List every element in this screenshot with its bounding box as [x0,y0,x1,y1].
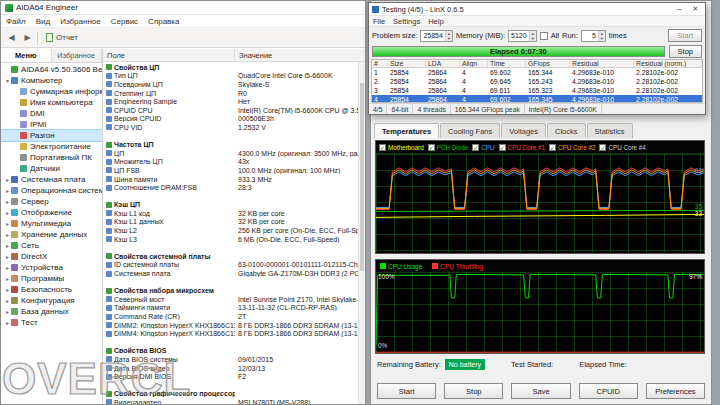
menu-item-help[interactable]: Help [424,17,447,26]
legend-checkbox[interactable]: ✓ [599,144,606,151]
prop-row[interactable]: Кэш L1 код32 KB per core [103,209,365,218]
linx-col-header-lda[interactable]: LDA [426,60,460,67]
tree-item-directx[interactable]: ▸DirectX [1,251,102,262]
prop-row[interactable]: Дата BIOS системы09/01/2015 [103,355,365,364]
tree-item-ipmi[interactable]: IPMI [1,119,102,130]
tab-clocks[interactable]: Clocks [547,123,586,138]
start-button[interactable]: Start [668,29,702,42]
tree-item-датчики[interactable]: Датчики [1,163,102,174]
prop-section-row[interactable]: Свойства системной платы [103,252,365,261]
menu-item-settings[interactable]: Settings [389,17,424,26]
prop-row[interactable]: Версия DMI BIOSF2 [103,372,365,381]
legend-checkbox[interactable]: ✓ [428,144,435,151]
spinner-arrows-icon[interactable]: ▲▼ [529,31,536,41]
prop-row[interactable]: DIMM4: Kingston HyperX KHX1866C11D3/8G8 … [103,329,365,338]
linx-col-header-residual-norm-[interactable]: Residual (norm.) [634,60,702,67]
prop-row[interactable]: Северный мостIntel Sunrise Point Z170, I… [103,295,365,304]
cpuid-button[interactable]: CPUID [579,383,638,399]
tree-item-портативный-пк[interactable]: Портативный ПК [1,152,102,163]
scrollbar-thumb[interactable] [360,83,364,271]
linx-result-row[interactable]: 22585425864469.645165.2434.29683e-0102.2… [372,77,702,86]
prop-row[interactable]: DIMM2: Kingston HyperX KHX1866C11D3/8G8 … [103,321,365,330]
page-tab-избранное[interactable]: Избранное [52,49,103,62]
tree-item-сеть[interactable]: ▸Сеть [1,240,102,251]
vertical-scrollbar[interactable] [358,62,365,404]
prop-row[interactable]: Версия CPUID000506E3h [103,115,365,124]
legend-item-cpu[interactable]: ✓CPU [472,144,494,151]
field-column-header[interactable]: Поле [103,49,235,61]
prop-row[interactable]: ID системной платы63-0100-000001-0010111… [103,261,365,270]
tree-item-имя-компьютера[interactable]: Имя компьютера [1,97,102,108]
legend-item-motherboard[interactable]: ✓Motherboard [379,144,424,151]
linx-col-header-residual[interactable]: Residual [570,60,634,67]
tab-statistics[interactable]: Statistics [587,123,633,138]
prop-row[interactable]: Степпинг ЦПR0 [103,89,365,98]
tree-item-отображение[interactable]: ▸Отображение [1,207,102,218]
prop-row[interactable]: Шина памяти933.3 MHz [103,175,365,184]
spinner-arrows-icon[interactable]: ▲▼ [445,31,452,41]
menu-item-сервис[interactable]: Сервис [106,17,143,26]
tree-item-aida64-v5-50-3606-beta[interactable]: AIDA64 v5.50.3606 Beta [1,64,102,75]
linx-col-header-align[interactable]: Align [460,60,488,67]
prop-section-row[interactable]: Кэш ЦП [103,201,365,210]
legend-item-cpu-core-1[interactable]: ✓CPU Core #1 [499,144,545,151]
close-icon[interactable]: ✕ [689,5,702,13]
back-icon[interactable]: ◀ [5,31,18,45]
tree-item-компьютер[interactable]: ▾Компьютер [1,75,102,86]
menu-item-вид[interactable]: Вид [31,17,55,26]
tree-item-конфигурация[interactable]: ▸Конфигурация [1,295,102,306]
prop-row[interactable]: Соотношение DRAM:FSB28:3 [103,183,365,192]
tree-item-программы[interactable]: ▸Программы [1,273,102,284]
all-checkbox[interactable] [540,32,548,40]
problem-size-spinner[interactable]: 25854 ▲▼ [420,30,452,42]
prop-section-row[interactable]: Свойства набора микросхем [103,286,365,295]
tree-item-системная-плата[interactable]: ▸Системная плата [1,174,102,185]
report-button[interactable]: Отчет [41,32,83,43]
prop-row[interactable]: Тип ЦПQuadCore Intel Core i5-6600K [103,72,365,81]
linx-result-row[interactable]: 42585425864469.602165.3454.29683e-0102.2… [372,95,702,103]
legend-checkbox[interactable]: ✓ [472,144,479,151]
legend-item-cpu-core-2[interactable]: ✓CPU Core #2 [549,144,595,151]
tree-item-dmi[interactable]: DMI [1,108,102,119]
prop-row[interactable]: Дата BIOS видео12/03/13 [103,364,365,373]
prop-row[interactable]: CPU VID1.2532 V [103,123,365,132]
tree-item-мультимедиа[interactable]: ▸Мультимедиа [1,218,102,229]
tree-item-база-данных[interactable]: ▸База данных [1,306,102,317]
tree-item-тест[interactable]: ▸Тест [1,317,102,328]
memory-spinner[interactable]: 5120 ▲▼ [508,30,537,42]
tree-item-хранение-данных[interactable]: ▸Хранение данных [1,229,102,240]
menu-item-файл[interactable]: Файл [1,17,31,26]
linx-col-header-gflops[interactable]: GFlops [526,60,570,67]
value-column-header[interactable]: Значение [235,49,365,61]
prop-row[interactable]: Кэш L1 данных32 KB per core [103,218,365,227]
prop-section-row[interactable]: Свойства графического процессора [103,390,365,399]
linx-result-row[interactable]: 12585425864469.602165.3444.29683e-0102.2… [372,68,702,77]
prop-row[interactable]: Engineering SampleНет [103,97,365,106]
prop-row[interactable]: Кэш L2256 KB per core (On-Die, ECC, Full… [103,226,365,235]
forward-icon[interactable]: ▶ [21,31,34,45]
legend-checkbox[interactable]: ✓ [499,144,506,151]
tab-cooling-fans[interactable]: Cooling Fans [440,123,500,138]
memory-value[interactable]: 5120 [509,31,529,41]
prop-row[interactable]: Псевдоним ЦПSkylake-S [103,80,365,89]
tree-item-разгон[interactable]: Разгон [1,130,102,141]
prop-row[interactable]: CPUID CPUIntel(R) Core(TM) i5-6600K CPU … [103,106,365,115]
prop-row[interactable]: Тайминги памяти13-11-11-32 (CL-RCD-RP-RA… [103,304,365,313]
tree-item-безопасность[interactable]: ▸Безопасность [1,284,102,295]
prop-row[interactable]: Command Rate (CR)2T [103,312,365,321]
prop-row[interactable]: ЦП4300.0 MHz (оригинал: 3500 MHz, разгон… [103,149,365,158]
linx-col-header-size[interactable]: Size [388,60,426,67]
save-button[interactable]: Save [511,383,570,399]
tree-item-суммарная-информация[interactable]: Суммарная информация [1,86,102,97]
menu-item-file[interactable]: File [369,17,389,26]
prop-section-row[interactable]: Частота ЦП [103,140,365,149]
legend-item-cpu-core-4[interactable]: ✓CPU Core #4 [599,144,645,151]
page-tab-меню[interactable]: Меню [1,49,52,62]
prop-row[interactable]: ЦП FSB100.0 MHz (оригинал: 100 MHz) [103,166,365,175]
run-count-value[interactable]: 5 [582,31,598,41]
linx-titlebar[interactable]: Testing (4/5) - LinX 0.6.5 ─ ✕ [369,3,705,16]
tree-item-операционная-система[interactable]: ▸Операционная система [1,185,102,196]
tree-item-электропитание[interactable]: Электропитание [1,141,102,152]
legend-checkbox[interactable]: ✓ [379,144,386,151]
start-button[interactable]: Start [377,383,436,399]
